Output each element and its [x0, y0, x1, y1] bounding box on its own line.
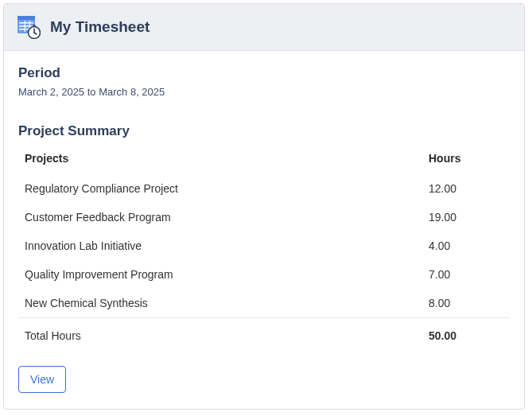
- project-summary-title: Project Summary: [18, 123, 510, 139]
- project-hours-cell: 19.00: [422, 203, 510, 231]
- column-header-projects: Projects: [18, 144, 422, 174]
- svg-rect-1: [17, 16, 35, 20]
- page-title: My Timesheet: [50, 18, 149, 36]
- timesheet-icon: [17, 15, 41, 39]
- project-name-cell: Customer Feedback Program: [18, 203, 422, 231]
- period-label: Period: [18, 65, 510, 81]
- svg-rect-8: [33, 25, 36, 26]
- project-summary-table: Projects Hours Regulatory Compliance Pro…: [18, 144, 510, 353]
- svg-rect-3: [19, 25, 33, 27]
- table-row: Innovation Lab Initiative 4.00: [18, 231, 510, 260]
- project-name-cell: Innovation Lab Initiative: [18, 231, 422, 260]
- svg-rect-5: [25, 21, 25, 32]
- project-hours-cell: 7.00: [422, 260, 510, 289]
- view-button[interactable]: View: [18, 366, 66, 393]
- column-header-hours: Hours: [422, 144, 510, 174]
- svg-rect-2: [19, 22, 33, 24]
- project-hours-cell: 8.00: [422, 289, 510, 318]
- project-name-cell: Quality Improvement Program: [18, 260, 422, 289]
- total-hours: 50.00: [422, 318, 510, 354]
- project-name-cell: New Chemical Synthesis: [18, 289, 422, 318]
- total-label: Total Hours: [18, 318, 422, 354]
- period-value: March 2, 2025 to March 8, 2025: [18, 86, 510, 98]
- project-hours-cell: 4.00: [422, 231, 510, 260]
- table-row: New Chemical Synthesis 8.00: [18, 289, 510, 318]
- table-row: Quality Improvement Program 7.00: [18, 260, 510, 289]
- card-body: Period March 2, 2025 to March 8, 2025 Pr…: [4, 51, 524, 409]
- table-total-row: Total Hours 50.00: [18, 318, 510, 354]
- table-row: Customer Feedback Program 19.00: [18, 203, 510, 231]
- table-row: Regulatory Compliance Project 12.00: [18, 174, 510, 203]
- project-name-cell: Regulatory Compliance Project: [18, 174, 422, 203]
- timesheet-card: My Timesheet Period March 2, 2025 to Mar…: [3, 3, 525, 410]
- project-hours-cell: 12.00: [422, 174, 510, 203]
- card-header: My Timesheet: [4, 4, 524, 51]
